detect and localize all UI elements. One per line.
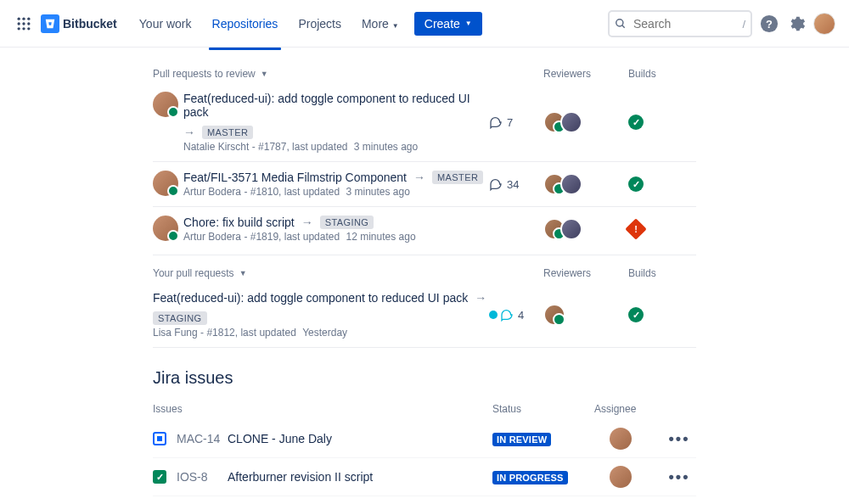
more-actions-button[interactable]: •••	[662, 430, 696, 448]
pr-row[interactable]: Feat(reduced-ui): add toggle component t…	[153, 83, 696, 162]
pr-meta: Natalie Kirscht - #1787, last updated 3 …	[183, 141, 489, 153]
pr-title[interactable]: Chore: fix build script	[183, 216, 295, 229]
issue-title[interactable]: CLONE - June Daly	[228, 432, 492, 445]
more-actions-button[interactable]: •••	[662, 468, 696, 486]
pr-meta: Artur Bodera - #1819, last updated 12 mi…	[183, 231, 489, 243]
app-switcher-icon[interactable]	[14, 14, 34, 34]
nav-repositories[interactable]: Repositories	[204, 12, 287, 36]
chevron-down-icon: ▼	[465, 20, 472, 27]
pr-row[interactable]: Chore: fix build script → STAGING Artur …	[153, 207, 696, 251]
jira-row[interactable]: MAC-14CLONE - June DalyIN REVIEW•••	[153, 420, 696, 458]
comment-count[interactable]: 7	[489, 115, 543, 129]
author-avatar[interactable]	[153, 216, 178, 241]
pr-row[interactable]: Feat/FIL-3571 Media Filmstrip Component …	[153, 162, 696, 207]
chevron-down-icon: ▼	[239, 269, 247, 277]
create-button[interactable]: Create▼	[414, 12, 482, 36]
arrow-right-icon: →	[301, 216, 313, 229]
branch-tag[interactable]: STAGING	[320, 216, 374, 229]
svg-point-5	[27, 22, 30, 25]
bitbucket-logo[interactable]: Bitbucket	[41, 14, 117, 33]
pr-title[interactable]: Feat(reduced-ui): add toggle component t…	[153, 291, 468, 305]
section-toggle-your-prs[interactable]: Your pull requests ▼	[153, 267, 543, 279]
status-badge[interactable]: IN REVIEW	[492, 433, 551, 446]
brand-text: Bitbucket	[63, 17, 117, 31]
col-builds: Builds	[628, 267, 696, 279]
reviewer-avatar[interactable]	[560, 111, 582, 133]
build-status[interactable]: ✓	[628, 115, 696, 130]
svg-point-0	[18, 17, 20, 20]
assignee-avatar[interactable]	[610, 466, 632, 488]
svg-point-2	[27, 17, 30, 20]
search-shortcut: /	[742, 17, 745, 30]
svg-point-1	[22, 17, 25, 20]
arrow-right-icon: →	[183, 126, 195, 139]
reviewers	[543, 218, 628, 240]
svg-point-3	[18, 22, 20, 25]
reviewer-avatar[interactable]	[560, 218, 582, 240]
jira-table-header: Issues Status Assignee	[153, 398, 696, 420]
arrow-right-icon: →	[475, 291, 486, 305]
nav-more[interactable]: More▼	[353, 12, 408, 36]
reviewer-avatar[interactable]	[543, 304, 565, 326]
reviewers	[543, 304, 628, 326]
branch-tag[interactable]: MASTER	[432, 171, 483, 184]
issue-key[interactable]: IOS-8	[177, 470, 228, 484]
comment-count[interactable]: 34	[489, 177, 543, 191]
nav-your-work[interactable]: Your work	[131, 12, 200, 36]
nav-projects[interactable]: Projects	[290, 12, 350, 36]
pr-title[interactable]: Feat/FIL-3571 Media Filmstrip Component	[183, 171, 407, 184]
reviewers	[543, 111, 628, 133]
assignee-avatar[interactable]	[610, 428, 632, 450]
col-assignee: Assignee	[594, 403, 662, 415]
comment-count[interactable]: 4	[489, 308, 543, 322]
col-issues: Issues	[153, 403, 492, 415]
jira-heading: Jira issues	[153, 368, 696, 388]
branch-tag[interactable]: STAGING	[153, 311, 207, 325]
jira-row[interactable]: ✓IOS-8Afterburner revision II scriptIN P…	[153, 458, 696, 496]
author-avatar[interactable]	[153, 92, 178, 117]
issue-key[interactable]: MAC-14	[177, 432, 228, 445]
top-nav: Bitbucket Your work Repositories Project…	[0, 0, 849, 48]
profile-avatar[interactable]	[813, 13, 835, 35]
chevron-down-icon: ▼	[261, 70, 268, 78]
jira-row[interactable]: MB-7Tips and Tricks Blog Series 2 of 3TO…	[153, 496, 696, 504]
pr-meta: Lisa Fung - #1812, last updated Yesterda…	[153, 327, 489, 339]
section-toggle-prs-to-review[interactable]: Pull requests to review ▼	[153, 68, 543, 80]
search-icon	[615, 18, 627, 30]
section-your-prs-header: Your pull requests ▼ Reviewers Builds	[153, 264, 696, 283]
svg-line-10	[622, 25, 625, 27]
col-reviewers: Reviewers	[543, 267, 628, 279]
build-status[interactable]: ✓	[628, 176, 696, 192]
arrow-right-icon: →	[413, 171, 425, 184]
svg-point-8	[27, 27, 30, 30]
pr-meta: Artur Bodera - #1810, last updated 3 min…	[183, 186, 489, 198]
search-field[interactable]: /	[608, 10, 752, 37]
branch-tag[interactable]: MASTER	[202, 126, 253, 139]
reviewers	[543, 173, 628, 195]
chevron-down-icon: ▼	[392, 22, 399, 30]
col-builds: Builds	[628, 68, 696, 80]
issue-type-story-icon	[153, 432, 166, 445]
build-status[interactable]: !	[628, 221, 696, 237]
bitbucket-logo-icon	[41, 14, 59, 33]
issue-type-task-icon: ✓	[153, 470, 166, 484]
author-avatar[interactable]	[153, 171, 178, 196]
build-status[interactable]: ✓	[628, 307, 696, 322]
col-status: Status	[492, 403, 594, 415]
svg-point-6	[18, 27, 20, 30]
status-badge[interactable]: IN PROGRESS	[492, 471, 568, 484]
settings-icon[interactable]	[786, 14, 807, 34]
svg-point-4	[22, 22, 25, 25]
section-prs-to-review-header: Pull requests to review ▼ Reviewers Buil…	[153, 64, 696, 83]
pr-title[interactable]: Feat(reduced-ui): add toggle component t…	[183, 92, 489, 119]
reviewer-avatar[interactable]	[560, 173, 582, 195]
unread-indicator	[489, 311, 498, 319]
svg-text:?: ?	[766, 17, 773, 30]
search-input[interactable]	[608, 10, 752, 37]
svg-point-7	[22, 27, 25, 30]
pr-row[interactable]: Feat(reduced-ui): add toggle component t…	[153, 283, 696, 348]
main-content: Pull requests to review ▼ Reviewers Buil…	[0, 48, 849, 504]
col-reviewers: Reviewers	[543, 68, 628, 80]
help-icon[interactable]: ?	[759, 14, 779, 34]
issue-title[interactable]: Afterburner revision II script	[228, 470, 492, 484]
